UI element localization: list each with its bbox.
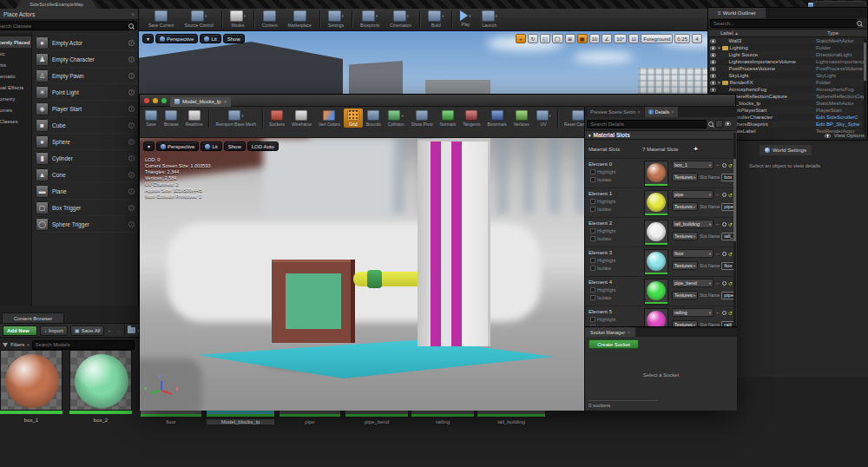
camera-speed-button[interactable]: 4: [692, 34, 702, 43]
move-tool-button[interactable]: +: [516, 34, 526, 43]
browse-icon[interactable]: [722, 311, 727, 315]
material-thumbnail[interactable]: [644, 249, 668, 275]
isolate-checkbox[interactable]: Isolate: [590, 295, 611, 300]
use-selected-icon[interactable]: ←: [715, 192, 720, 197]
place-actor-item[interactable]: ☀ Point Light i: [32, 84, 138, 101]
outliner-search-input[interactable]: [710, 19, 858, 28]
asset-item[interactable]: box_2: [69, 350, 132, 414]
perspective-button[interactable]: Perspective: [155, 34, 198, 43]
mesh-toolbar-button[interactable]: Browse: [161, 109, 182, 128]
mesh-toolbar-button[interactable]: Save: [141, 109, 161, 128]
browse-icon[interactable]: [722, 222, 727, 227]
property-matrix-icon[interactable]: [715, 120, 723, 128]
browse-icon[interactable]: [722, 163, 727, 168]
visibility-eye-icon[interactable]: [710, 39, 716, 43]
viewport-options-button[interactable]: ▾: [142, 34, 154, 43]
view-options-button[interactable]: View Options: [825, 133, 865, 138]
info-icon[interactable]: i: [128, 89, 135, 95]
info-icon[interactable]: i: [128, 188, 135, 194]
main-toolbar-button[interactable]: Marketplace: [283, 9, 317, 28]
material-dropdown[interactable]: floor▾: [672, 249, 713, 258]
main-toolbar-button[interactable]: ▾ Launch: [477, 9, 503, 28]
mesh-toolbar-button[interactable]: Sockets: [266, 109, 288, 128]
textures-dropdown[interactable]: Textures▾: [672, 202, 698, 211]
mesh-toolbar-button[interactable]: Binormals: [484, 109, 510, 128]
material-dropdown[interactable]: box_1▾: [672, 161, 713, 169]
mesh-editor-viewport[interactable]: ▾ Perspective Lit Show LOD Auto LOD: 0Cu…: [140, 138, 584, 411]
place-actor-item[interactable]: ♙ Empty Pawn i: [32, 68, 138, 84]
main-toolbar-button[interactable]: ▾ Cinematics: [385, 9, 417, 28]
info-icon[interactable]: i: [128, 172, 135, 178]
browse-icon[interactable]: [722, 193, 727, 197]
visibility-eye-icon[interactable]: [710, 46, 716, 50]
place-actors-category[interactable]: Geometry: [0, 93, 31, 104]
slot-name-field[interactable]: floo: [721, 262, 734, 270]
material-thumbnail[interactable]: [644, 190, 668, 216]
back-button[interactable]: ←: [107, 327, 113, 333]
viewport-options-button[interactable]: ▾: [143, 141, 155, 151]
asset-item-partial[interactable]: pipe_bend: [345, 408, 408, 431]
reset-icon[interactable]: ↺: [728, 162, 733, 168]
show-menu-button[interactable]: Show: [223, 34, 245, 43]
world-settings-tab[interactable]: World Settings: [760, 145, 812, 155]
outliner-row[interactable]: ▾Wall3 StaticMeshActor: [708, 37, 867, 44]
lit-mode-button[interactable]: Lit: [201, 141, 221, 151]
rotate-tool-button[interactable]: ↻: [528, 34, 538, 43]
create-socket-button[interactable]: Create Socket: [589, 339, 639, 349]
isolate-checkbox[interactable]: Isolate: [590, 207, 611, 212]
search-details-input[interactable]: [587, 120, 707, 128]
mesh-editor-tab[interactable]: Model_blocks_lp ×: [170, 97, 231, 107]
asset-item[interactable]: box_1: [0, 350, 62, 414]
mesh-toolbar-button[interactable]: Vert Colors: [315, 109, 344, 128]
search-models-input[interactable]: [32, 340, 135, 350]
mesh-toolbar-button[interactable]: Tangents: [459, 109, 483, 128]
outliner-scrollbar[interactable]: [864, 39, 866, 133]
material-thumbnail[interactable]: [644, 161, 668, 187]
isolate-checkbox[interactable]: Isolate: [590, 177, 611, 182]
material-dropdown[interactable]: pipe_bend▾: [672, 279, 713, 287]
place-actors-category[interactable]: Basic: [0, 48, 31, 59]
outliner-row[interactable]: ▾Lighting Folder: [708, 44, 867, 51]
browse-icon[interactable]: [722, 281, 727, 286]
content-browser-tab[interactable]: Content Browser: [2, 312, 64, 323]
outliner-row[interactable]: ▾AtmosphericFog AtmosphericFog: [708, 86, 867, 93]
place-actor-item[interactable]: ♟ Empty Character i: [32, 51, 138, 68]
mesh-toolbar-button[interactable]: Realtime: [182, 109, 207, 128]
close-icon[interactable]: ×: [224, 99, 227, 104]
visibility-eye-icon[interactable]: [710, 60, 716, 64]
slot-name-field[interactable]: box: [721, 174, 734, 181]
perspective-button[interactable]: Perspective: [156, 141, 199, 151]
place-actors-category[interactable]: All Classes: [0, 115, 31, 127]
place-actor-item[interactable]: ■ Cube i: [32, 117, 138, 134]
rotation-snap-value[interactable]: 10°: [614, 34, 627, 43]
isolate-checkbox[interactable]: Isolate: [590, 236, 611, 241]
outliner-row[interactable]: ▾Light Source DirectionalLight: [708, 51, 867, 58]
material-dropdown[interactable]: pipe▾: [672, 190, 713, 199]
use-selected-icon[interactable]: ←: [715, 310, 720, 315]
reset-icon[interactable]: ↺: [728, 251, 733, 257]
reset-icon[interactable]: ↺: [728, 310, 733, 316]
world-space-toggle[interactable]: ◯: [552, 34, 563, 43]
main-toolbar-button[interactable]: ▾ Source Control: [179, 9, 218, 28]
main-toolbar-button[interactable]: ▾ Play: [455, 9, 476, 27]
import-button[interactable]: ↓Import: [40, 326, 68, 336]
visibility-eye-icon[interactable]: [710, 88, 716, 92]
highlight-checkbox[interactable]: Highlight: [590, 258, 615, 263]
place-actors-category[interactable]: Cinematic: [0, 70, 31, 82]
material-slots-section-header[interactable]: ▾Material Slots: [585, 130, 737, 140]
place-actor-item[interactable]: ◈ Player Start i: [32, 101, 138, 117]
details-tab[interactable]: iDetails×: [645, 107, 678, 117]
outliner-column-header[interactable]: Label ▲ Type: [708, 29, 867, 37]
view-options-eye-icon[interactable]: [725, 122, 731, 126]
place-actor-item[interactable]: ◯ Sphere Trigger i: [32, 216, 138, 233]
info-icon[interactable]: i: [128, 73, 135, 79]
reset-icon[interactable]: ↺: [728, 221, 733, 227]
info-icon[interactable]: i: [128, 106, 135, 112]
rotation-snap-toggle[interactable]: ∠: [602, 34, 612, 43]
visibility-eye-icon[interactable]: [710, 67, 716, 71]
expand-caret-icon[interactable]: ▾: [718, 45, 720, 50]
textures-dropdown[interactable]: Textures▾: [672, 173, 698, 181]
highlight-checkbox[interactable]: Highlight: [590, 317, 615, 322]
level-viewport[interactable]: ▾ Perspective Lit Show + ↻ ◱ ◯ ⊞ ▦ 10 ∠ …: [139, 31, 707, 100]
add-material-slot-button[interactable]: +: [694, 145, 698, 153]
